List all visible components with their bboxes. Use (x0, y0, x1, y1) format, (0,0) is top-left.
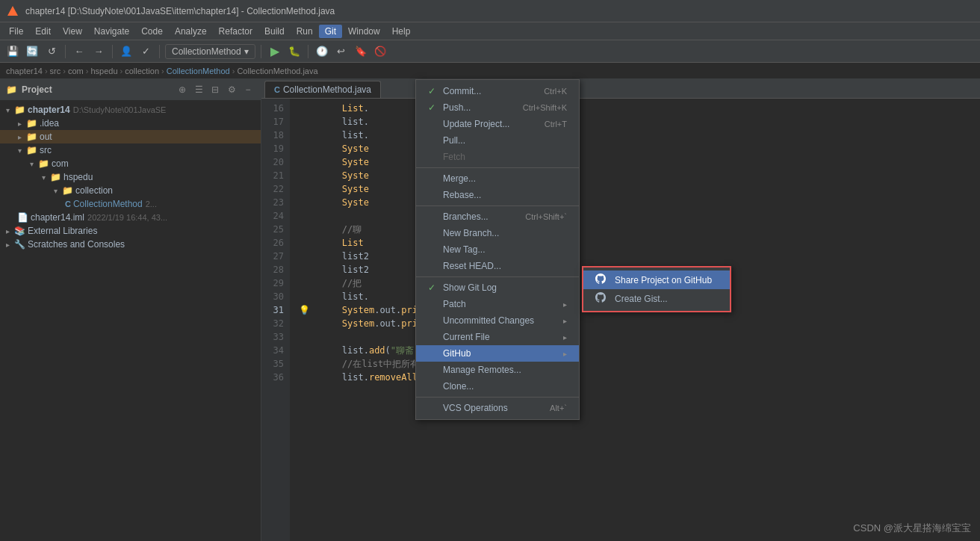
line-num: 16 (261, 102, 284, 115)
tree-item-external[interactable]: ▸ 📚 External Libraries (0, 224, 261, 238)
tree-label-chapter14: chapter14 (28, 105, 70, 115)
menu-run[interactable]: Run (291, 25, 319, 38)
back-button[interactable]: ← (71, 43, 87, 60)
save-button[interactable]: 💾 (4, 43, 21, 60)
menu-help[interactable]: Help (386, 25, 417, 38)
menu-entry-github[interactable]: GitHub ▸ (416, 345, 579, 362)
bookmark-button[interactable]: 🔖 (353, 43, 369, 60)
menu-refactor[interactable]: Refactor (213, 25, 258, 38)
tree-item-com[interactable]: ▾ 📁 com (0, 157, 261, 170)
code-line-24 (299, 209, 971, 223)
folder-icon: 📁 (26, 132, 37, 142)
submenu-arrow-icon: ▸ (563, 317, 567, 325)
menu-entry-clone[interactable]: Clone... (416, 378, 579, 395)
close-panel-icon[interactable]: − (241, 83, 255, 96)
menu-entry-left: ✓ Push... (428, 102, 471, 113)
menu-navigate[interactable]: Navigate (88, 25, 135, 38)
menu-window[interactable]: Window (342, 25, 386, 38)
menu-entry-left: Create Gist... (595, 292, 668, 305)
tree-item-idea[interactable]: ▸ 📁 .idea (0, 117, 261, 130)
tree-item-collection[interactable]: ▾ 📁 collection (0, 184, 261, 197)
code-line-32: System.out.println("list2=" + list2); (299, 317, 971, 330)
code-editor[interactable]: List. list. list. Syste Syste Syste Syst… (290, 99, 980, 541)
undo-button[interactable]: ↩ (333, 43, 350, 60)
menu-git[interactable]: Git (319, 25, 342, 38)
vcs-button[interactable]: 👤 (118, 43, 134, 60)
line-num: 24 (261, 209, 284, 223)
debug-button[interactable]: 🐛 (286, 43, 303, 60)
menu-entry-commit[interactable]: ✓ Commit... Ctrl+K (416, 83, 579, 99)
tree-item-hspedu[interactable]: ▾ 📁 hspedu (0, 170, 261, 184)
tree-item-collectionmethod[interactable]: C CollectionMethod 2... (0, 197, 261, 211)
breadcrumb-chapter14[interactable]: chapter14 (6, 67, 43, 75)
collapse-all-icon[interactable]: ⊟ (208, 83, 222, 96)
menu-entry-manage-remotes[interactable]: Manage Remotes... (416, 362, 579, 378)
tree-item-src[interactable]: ▾ 📁 src (0, 143, 261, 157)
breadcrumb-collection[interactable]: collection (125, 67, 159, 75)
scratches-icon: 🔧 (14, 239, 25, 250)
menu-entry-uncommitted-changes[interactable]: Uncommitted Changes ▸ (416, 312, 579, 329)
tab-collectionmethod[interactable]: C CollectionMethod.java (264, 81, 381, 98)
code-content: 16 17 18 19 20 21 22 23 24 25 26 27 28 2… (261, 99, 980, 541)
run-button[interactable]: ▶ (267, 43, 283, 60)
tree-label-idea: .idea (40, 118, 59, 129)
tree-item-out[interactable]: ▸ 📁 out (0, 130, 261, 143)
menu-entry-rebase[interactable]: Rebase... (416, 187, 579, 203)
menu-entry-merge[interactable]: Merge... (416, 170, 579, 187)
breadcrumb-collectionmethod[interactable]: CollectionMethod (167, 67, 230, 75)
expand-arrow: ▸ (3, 226, 12, 235)
menu-analyze[interactable]: Analyze (169, 25, 213, 38)
menu-entry-pull[interactable]: Pull... (416, 132, 579, 149)
breadcrumb-src[interactable]: src (50, 67, 61, 75)
menu-entry-left: Update Project... (428, 119, 509, 129)
fetch-label: Fetch (443, 152, 465, 162)
toolbar-separator-3 (159, 45, 160, 58)
menu-entry-current-file[interactable]: Current File ▸ (416, 329, 579, 345)
toolbar-separator-4 (261, 45, 261, 58)
expand-arrow: ▾ (3, 105, 12, 114)
line-num: 35 (261, 357, 284, 371)
forward-button[interactable]: → (90, 43, 107, 60)
tree-item-iml[interactable]: 📄 chapter14.iml 2022/1/19 16:44, 43... (0, 211, 261, 224)
menu-entry-branches[interactable]: Branches... Ctrl+Shift+` (416, 208, 579, 225)
expand-arrow: ▸ (3, 240, 12, 249)
menu-edit[interactable]: Edit (29, 25, 57, 38)
scroll-from-source-icon[interactable]: ☰ (192, 83, 205, 96)
menu-entry-new-tag[interactable]: New Tag... (416, 241, 579, 258)
menu-build[interactable]: Build (258, 25, 291, 38)
menu-entry-right: ▸ (563, 350, 567, 358)
add-file-icon[interactable]: ⊕ (176, 83, 189, 96)
pull-label: Pull... (443, 135, 465, 146)
vcs-history-button[interactable]: 🕐 (314, 43, 330, 60)
toolbar-separator-5 (308, 45, 308, 58)
toolbar: 💾 🔄 ↺ ← → 👤 ✓ CollectionMethod ▾ ▶ 🐛 🕐 ↩… (0, 40, 980, 63)
menu-entry-vcs-operations[interactable]: VCS Operations Alt+` (416, 400, 579, 416)
csdn-watermark: CSDN @派大星搭海绵宝宝 (853, 522, 971, 535)
menu-entry-update[interactable]: Update Project... Ctrl+T (416, 116, 579, 132)
branch-selector[interactable]: CollectionMethod ▾ (165, 44, 255, 59)
menu-view[interactable]: View (57, 25, 88, 38)
breadcrumb-com[interactable]: com (68, 67, 84, 75)
menu-entry-left: Patch (428, 299, 466, 309)
menu-entry-show-git-log[interactable]: ✓ Show Git Log (416, 279, 579, 296)
breadcrumb-hspedu[interactable]: hspedu (90, 67, 117, 75)
breadcrumb-sep-5: › (161, 67, 164, 75)
sync-button[interactable]: 🔄 (24, 43, 40, 60)
no-entry-button[interactable]: 🚫 (372, 43, 388, 60)
menu-entry-create-gist[interactable]: Create Gist... (583, 289, 730, 308)
tree-item-scratches[interactable]: ▸ 🔧 Scratches and Consoles (0, 238, 261, 251)
settings-icon[interactable]: ⚙ (225, 83, 238, 96)
menu-entry-reset-head[interactable]: Reset HEAD... (416, 258, 579, 274)
menu-entry-push[interactable]: ✓ Push... Ctrl+Shift+K (416, 99, 579, 116)
code-line-18: list. (299, 129, 971, 142)
menu-file[interactable]: File (3, 25, 29, 38)
menu-entry-share-github[interactable]: Share Project on GitHub (583, 270, 730, 289)
menu-entry-patch[interactable]: Patch ▸ (416, 296, 579, 312)
run-config-button[interactable]: ✓ (137, 43, 154, 60)
refresh-button[interactable]: ↺ (43, 43, 60, 60)
menu-code[interactable]: Code (135, 25, 169, 38)
breadcrumb-file[interactable]: CollectionMethod.java (237, 67, 317, 75)
github-label: GitHub (443, 348, 471, 359)
menu-entry-new-branch[interactable]: New Branch... (416, 225, 579, 241)
tree-item-chapter14[interactable]: ▾ 📁 chapter14 D:\StudyNote\001JavaSE (0, 103, 261, 117)
